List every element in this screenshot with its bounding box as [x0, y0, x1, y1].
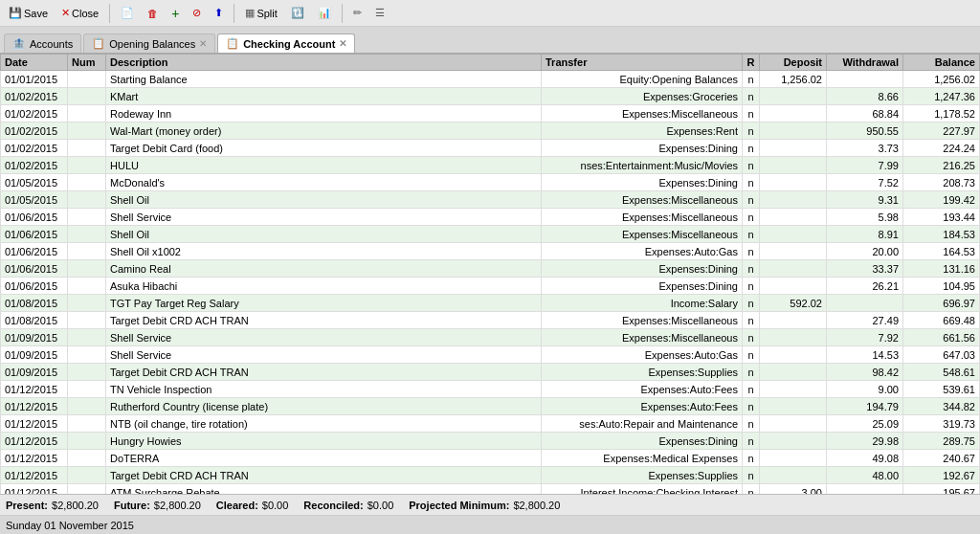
close-button[interactable]: ✕ Close: [56, 5, 103, 21]
table-row[interactable]: 01/12/2015NTB (oil change, tire rotation…: [1, 415, 980, 433]
date-bar: Sunday 01 November 2015: [0, 515, 980, 534]
new-button[interactable]: +: [167, 4, 184, 23]
reconciled-label: Reconciled:: [303, 500, 363, 511]
col-header-num[interactable]: Num: [68, 55, 106, 71]
stock-icon: 📊: [318, 7, 331, 19]
table-row[interactable]: 01/05/2015Shell OilExpenses:Miscellaneou…: [1, 191, 980, 209]
table-row[interactable]: 01/06/2015Asuka HibachiExpenses:Diningn2…: [1, 278, 980, 295]
reconciled-value: $0.00: [368, 500, 394, 511]
list-icon: ☰: [375, 7, 385, 19]
current-date: Sunday 01 November 2015: [6, 520, 134, 531]
status-bar: Present: $2,800.20 Future: $2,800.20 Cle…: [0, 494, 980, 515]
status-reconciled: Reconciled: $0.00: [303, 500, 393, 511]
col-header-description[interactable]: Description: [106, 55, 542, 71]
col-header-balance[interactable]: Balance: [903, 55, 980, 71]
table-row[interactable]: 01/09/2015Shell ServiceExpenses:Miscella…: [1, 329, 980, 346]
toolbar: 💾 Save ✕ Close 📄 🗑 + ⊘ ⬆ ▦ Split 🔃 📊 ✏ ☰: [0, 0, 980, 27]
transaction-table-container: Date Num Description Transfer R Deposit …: [0, 54, 980, 494]
tab-checking-account[interactable]: 📋 Checking Account ✕: [217, 33, 355, 53]
accounts-tab-label: Accounts: [30, 38, 73, 50]
col-header-transfer[interactable]: Transfer: [542, 55, 743, 71]
table-row[interactable]: 01/08/2015Target Debit CRD ACH TRANExpen…: [1, 312, 980, 329]
add-icon: +: [171, 6, 179, 21]
delete-icon: 🗑: [147, 8, 158, 19]
table-row[interactable]: 01/06/2015Shell OilExpenses:Miscellaneou…: [1, 226, 980, 243]
split-label: Split: [256, 8, 277, 19]
reconcile-button[interactable]: 🔃: [286, 5, 309, 21]
projected-label: Projected Minimum:: [409, 500, 509, 511]
table-row[interactable]: 01/02/2015Rodeway InnExpenses:Miscellane…: [1, 105, 980, 122]
present-label: Present:: [6, 500, 48, 511]
status-projected: Projected Minimum: $2,800.20: [409, 500, 560, 511]
table-row[interactable]: 01/06/2015Shell Oil x1002Expenses:Auto:G…: [1, 243, 980, 260]
save-icon: 💾: [9, 7, 22, 19]
tab-accounts[interactable]: 🏦 Accounts: [4, 33, 81, 53]
table-row[interactable]: 01/09/2015Target Debit CRD ACH TRANExpen…: [1, 364, 980, 381]
table-row[interactable]: 01/02/2015KMartExpenses:Groceriesn8.661,…: [1, 88, 980, 105]
status-present: Present: $2,800.20: [6, 500, 99, 511]
note-icon: 📄: [121, 7, 134, 19]
checking-tab-icon: 📋: [226, 37, 239, 50]
projected-value: $2,800.20: [513, 500, 560, 511]
table-row[interactable]: 01/09/2015Shell ServiceExpenses:Auto:Gas…: [1, 346, 980, 364]
future-label: Future:: [114, 500, 150, 511]
delete-button[interactable]: 🗑: [143, 6, 163, 21]
opening-tab-close[interactable]: ✕: [199, 38, 207, 49]
table-row[interactable]: 01/12/2015Target Debit CRD ACH TRANExpen…: [1, 467, 980, 484]
note-button[interactable]: 📄: [116, 5, 139, 21]
table-row[interactable]: 01/08/2015TGT Pay Target Reg SalaryIncom…: [1, 295, 980, 312]
transfer-button[interactable]: ⬆: [210, 5, 228, 21]
reconcile-icon: 🔃: [291, 7, 304, 19]
tab-bar: 🏦 Accounts 📋 Opening Balances ✕ 📋 Checki…: [0, 27, 980, 54]
opening-tab-label: Opening Balances: [109, 38, 195, 50]
toolbar-separator-2: [234, 4, 234, 23]
col-header-date[interactable]: Date: [1, 55, 68, 71]
col-header-withdrawal[interactable]: Withdrawal: [827, 55, 903, 71]
col-header-r[interactable]: R: [743, 55, 760, 71]
edit-button[interactable]: ✏: [348, 5, 367, 21]
close-icon: ✕: [61, 7, 70, 19]
future-value: $2,800.20: [154, 500, 201, 511]
save-label: Save: [24, 8, 48, 19]
table-body: 01/01/2015Starting BalanceEquity:Opening…: [1, 71, 980, 495]
present-value: $2,800.20: [52, 500, 99, 511]
transaction-table: Date Num Description Transfer R Deposit …: [0, 54, 980, 494]
cleared-value: $0.00: [262, 500, 289, 511]
close-label: Close: [72, 8, 99, 19]
col-header-deposit[interactable]: Deposit: [760, 55, 827, 71]
split-icon: ▦: [245, 7, 255, 19]
split-button[interactable]: ▦ Split: [240, 5, 281, 21]
checking-tab-label: Checking Account: [243, 38, 335, 50]
table-row[interactable]: 01/06/2015Camino RealExpenses:Diningn33.…: [1, 260, 980, 278]
status-future: Future: $2,800.20: [114, 500, 201, 511]
table-row[interactable]: 01/06/2015Shell ServiceExpenses:Miscella…: [1, 209, 980, 226]
stock-button[interactable]: 📊: [313, 5, 336, 21]
cleared-label: Cleared:: [216, 500, 258, 511]
transfer-icon: ⬆: [214, 7, 223, 19]
toolbar-separator-1: [109, 4, 110, 23]
table-row[interactable]: 01/12/2015Rutherford Country (license pl…: [1, 398, 980, 415]
table-row[interactable]: 01/01/2015Starting BalanceEquity:Opening…: [1, 71, 980, 88]
checking-tab-close[interactable]: ✕: [339, 38, 346, 49]
table-row[interactable]: 01/12/2015ATM Surcharge RebateInterest I…: [1, 484, 980, 495]
table-row[interactable]: 01/02/2015Wal-Mart (money order)Expenses…: [1, 122, 980, 140]
edit-icon: ✏: [353, 7, 362, 19]
table-header-row: Date Num Description Transfer R Deposit …: [1, 55, 980, 71]
save-button[interactable]: 💾 Save: [4, 5, 53, 21]
table-row[interactable]: 01/02/2015HULUnses:Entertainment:Music/M…: [1, 157, 980, 174]
opening-tab-icon: 📋: [92, 37, 105, 50]
void-button[interactable]: ⊘: [188, 5, 206, 21]
table-row[interactable]: 01/12/2015DoTERRAExpenses:Medical Expens…: [1, 450, 980, 467]
accounts-tab-icon: 🏦: [12, 37, 26, 50]
table-row[interactable]: 01/12/2015Hungry HowiesExpenses:Diningn2…: [1, 433, 980, 450]
tab-opening-balances[interactable]: 📋 Opening Balances ✕: [83, 33, 215, 53]
void-icon: ⊘: [192, 7, 201, 19]
toolbar-separator-3: [342, 4, 343, 23]
table-row[interactable]: 01/12/2015TN Vehicle InspectionExpenses:…: [1, 381, 980, 398]
table-row[interactable]: 01/05/2015McDonald'sExpenses:Diningn7.52…: [1, 174, 980, 191]
table-row[interactable]: 01/02/2015Target Debit Card (food)Expens…: [1, 140, 980, 157]
status-cleared: Cleared: $0.00: [216, 500, 289, 511]
list-button[interactable]: ☰: [370, 5, 390, 21]
